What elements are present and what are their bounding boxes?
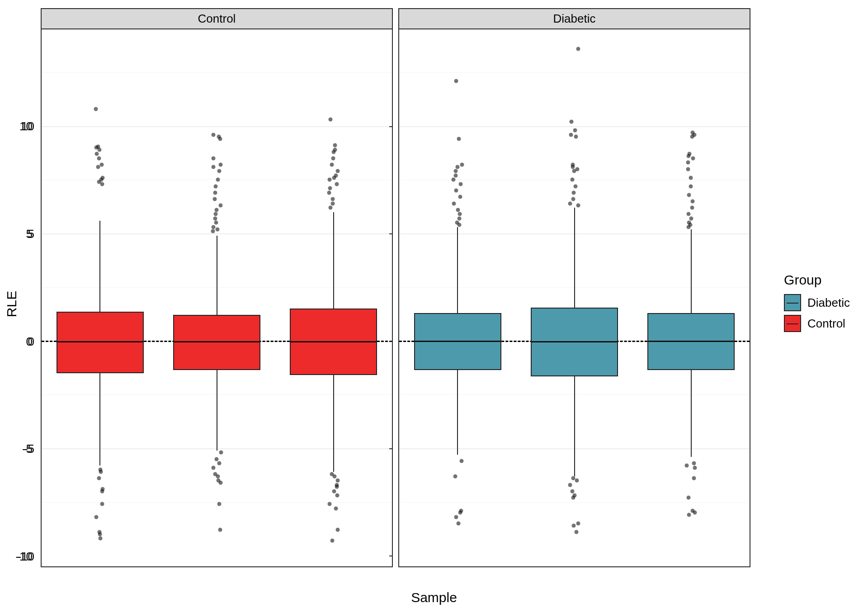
y-axis-label: RLE (4, 291, 19, 317)
facet-strip: Diabetic (398, 8, 750, 29)
outlier-point (686, 167, 690, 171)
legend-item-diabetic: Diabetic (784, 294, 850, 311)
outlier-point (328, 206, 332, 210)
legend-label: Control (807, 317, 845, 331)
outlier-point (687, 193, 691, 197)
y-tick-label: 0 (28, 334, 34, 348)
outlier-point (687, 221, 691, 225)
legend-swatch-diabetic (784, 294, 801, 311)
facet-control: Control 190_F192_F194_F -10-50510 (41, 8, 393, 567)
outlier-point (330, 197, 335, 201)
legend-swatch-control (784, 315, 801, 332)
outlier-point (327, 190, 331, 195)
facet-panels: Control 190_F192_F194_F -10-50510 Diabet… (41, 8, 750, 567)
outlier-point (687, 152, 691, 156)
outlier-point (691, 156, 695, 160)
x-tick-label: 188_F (675, 566, 708, 567)
outlier-point (693, 466, 697, 470)
outlier-point (689, 216, 693, 220)
box (647, 313, 735, 370)
x-axis-label: Sample (411, 590, 457, 605)
legend-title: Group (784, 272, 850, 288)
y-tick-label: 10 (21, 119, 34, 133)
outlier-point (336, 479, 340, 483)
legend: Group Diabetic Control (784, 272, 850, 336)
outlier-point (693, 511, 697, 515)
outlier-point (692, 476, 696, 480)
x-tick-label: 190_F (84, 566, 117, 567)
outlier-point (331, 156, 335, 160)
outlier-point (333, 147, 337, 152)
boxplot-194_F (42, 29, 392, 566)
outlier-point (332, 489, 336, 493)
x-tick-label: 187_F (558, 566, 591, 567)
outlier-point (328, 178, 332, 182)
box (290, 309, 377, 375)
outlier-point (685, 463, 689, 467)
legend-item-control: Control (784, 315, 850, 332)
outlier-point (687, 513, 691, 517)
x-tick-label: 194_F (317, 566, 350, 567)
outlier-point (335, 485, 339, 489)
y-tick-label: -10 (17, 550, 34, 564)
outlier-point (333, 474, 337, 478)
y-tick-label: 5 (28, 227, 34, 241)
outlier-point (692, 461, 696, 466)
outlier-point (335, 494, 340, 498)
facet-diabetic: Diabetic 179_F187_F188_F (398, 8, 750, 567)
facet-strip: Control (41, 8, 393, 29)
outlier-point (690, 206, 694, 210)
y-tick-label: -5 (24, 442, 34, 456)
outlier-point (689, 184, 693, 188)
outlier-point (335, 528, 340, 532)
outlier-point (333, 143, 337, 147)
outlier-point (328, 118, 332, 122)
outlier-point (687, 496, 691, 500)
plot-area-control: 190_F192_F194_F (41, 29, 393, 567)
outlier-point (689, 176, 693, 180)
outlier-point (327, 502, 331, 506)
outlier-point (328, 186, 332, 190)
outlier-point (334, 506, 338, 510)
outlier-point (330, 201, 335, 205)
x-tick-label: 192_F (200, 566, 234, 567)
outlier-point (686, 212, 690, 216)
outlier-point (691, 199, 695, 203)
outlier-point (335, 169, 340, 173)
chart-root: { "axis": { "ylabel": "RLE", "xlabel": "… (0, 0, 868, 608)
outlier-point (686, 161, 690, 165)
boxplot-188_F (399, 29, 750, 566)
outlier-point (330, 163, 334, 167)
x-tick-label: 179_F (441, 566, 475, 567)
plot-area-diabetic: 179_F187_F188_F (398, 29, 750, 567)
outlier-point (690, 130, 694, 134)
outlier-point (335, 182, 339, 186)
outlier-point (334, 173, 338, 177)
outlier-point (330, 539, 334, 543)
legend-label: Diabetic (807, 296, 850, 310)
